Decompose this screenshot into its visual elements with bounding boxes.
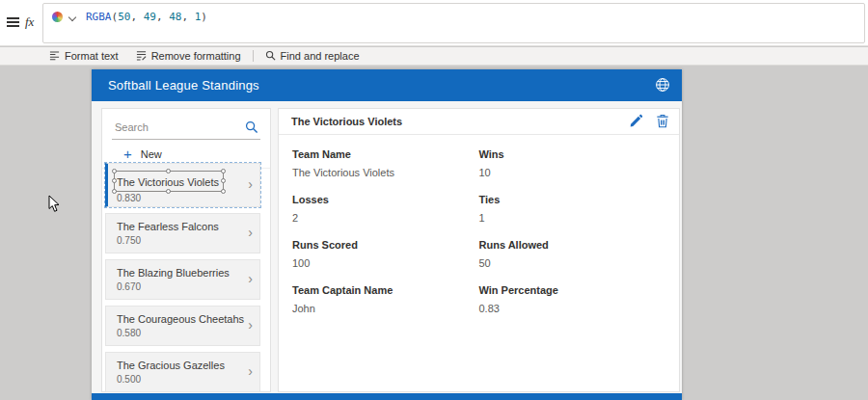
formula-bar: fx RGBA(50, 49, 48, 1) <box>0 0 868 46</box>
app-footer-bar <box>92 393 682 400</box>
globe-icon[interactable] <box>655 77 670 96</box>
field: Win Percentage 0.83 <box>479 284 666 330</box>
remove-formatting-button[interactable]: Remove formatting <box>127 47 250 65</box>
design-canvas[interactable]: Softball League Standings Search + <box>0 67 868 400</box>
chevron-down-icon[interactable] <box>68 13 76 21</box>
field: Wins 10 <box>479 148 666 194</box>
formula-text[interactable]: RGBA(50, 49, 48, 1) <box>86 11 207 23</box>
plus-icon: + <box>123 147 132 161</box>
mouse-cursor <box>48 195 61 217</box>
chevron-right-icon[interactable]: › <box>248 317 253 333</box>
resize-handle[interactable] <box>112 189 117 194</box>
property-color-icon[interactable] <box>52 12 63 22</box>
field: Runs Scored 100 <box>292 239 479 284</box>
chevron-right-icon[interactable]: › <box>248 176 253 192</box>
search-small-icon <box>265 50 276 63</box>
teams-gallery: The Victorious Violets 0.830 › <box>105 163 260 398</box>
text-toolbar: Format text Remove formatting Find and r… <box>0 47 868 66</box>
app-title: Softball League Standings <box>108 78 259 93</box>
app-preview: Softball League Standings Search + <box>92 69 682 400</box>
chevron-right-icon[interactable]: › <box>248 363 253 379</box>
resize-handle[interactable] <box>221 178 226 183</box>
find-and-replace-button[interactable]: Find and replace <box>257 47 368 65</box>
resize-handle[interactable] <box>166 169 171 173</box>
chevron-right-icon[interactable]: › <box>248 225 253 240</box>
team-list-item[interactable]: The Victorious Violets 0.830 › <box>105 163 260 207</box>
app-header[interactable]: Softball League Standings <box>92 69 682 101</box>
fx-icon: fx <box>25 14 34 30</box>
resize-handle[interactable] <box>221 189 226 194</box>
search-placeholder: Search <box>115 121 149 133</box>
menu-icon[interactable] <box>7 17 19 28</box>
team-list-item[interactable]: The Fearless Falcons 0.750 › <box>105 213 260 253</box>
toolbar-divider <box>253 50 254 62</box>
delete-trash-icon[interactable] <box>656 114 669 132</box>
format-text-button[interactable]: Format text <box>41 47 127 65</box>
team-list-item[interactable]: The Blazing Blueberries 0.670 › <box>105 259 260 300</box>
powerapps-studio: fx RGBA(50, 49, 48, 1) Format text Remov… <box>0 0 868 400</box>
team-list-item[interactable]: The Gracious Gazelles 0.500 › <box>105 352 260 392</box>
field: Losses 2 <box>292 194 479 239</box>
field: Runs Allowed 50 <box>479 239 666 284</box>
field: Team Name The Victorious Violets <box>292 148 479 194</box>
detail-form: Team Name The Victorious Violets Wins 10… <box>279 135 679 330</box>
resize-handle[interactable] <box>112 169 117 173</box>
search-input[interactable]: Search <box>112 118 260 140</box>
detail-header: The Victorious Violets <box>279 109 679 135</box>
format-text-icon <box>49 50 60 63</box>
chevron-right-icon[interactable]: › <box>248 271 253 286</box>
remove-formatting-icon <box>136 50 147 63</box>
team-list-item[interactable]: The Courageous Cheetahs 0.580 › <box>105 306 260 346</box>
field: Ties 1 <box>479 194 666 239</box>
browse-panel: Search + New The Victorious Violets <box>101 108 271 392</box>
resize-handle[interactable] <box>221 169 226 173</box>
resize-handle[interactable] <box>112 178 117 183</box>
formula-input[interactable]: RGBA(50, 49, 48, 1) <box>42 3 865 43</box>
selected-label-control[interactable]: The Victorious Violets <box>114 171 224 192</box>
detail-panel: The Victorious Violets Team Name The Vic… <box>278 108 680 392</box>
field: Team Captain Name John <box>292 284 479 330</box>
resize-handle[interactable] <box>166 189 171 194</box>
detail-title: The Victorious Violets <box>291 116 402 127</box>
search-icon[interactable] <box>245 120 258 138</box>
edit-pencil-icon[interactable] <box>629 114 643 132</box>
